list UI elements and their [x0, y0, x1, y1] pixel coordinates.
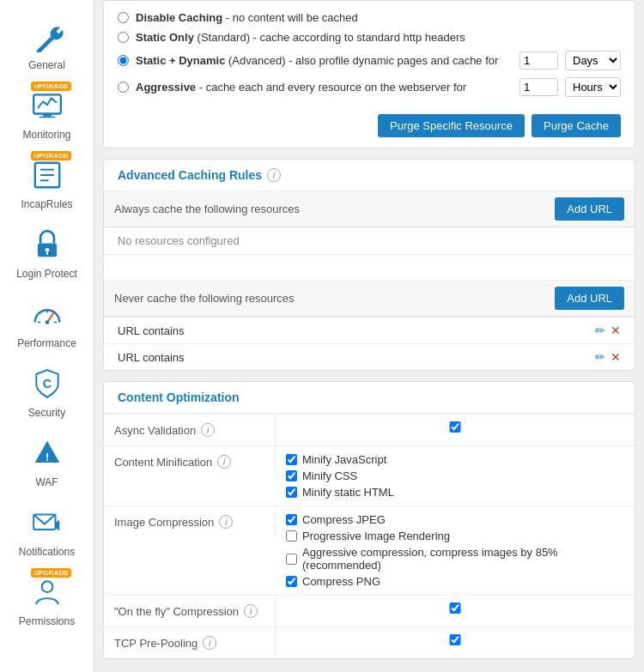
- svg-rect-1: [43, 114, 52, 117]
- co-compress-png-checkbox[interactable]: [286, 576, 297, 587]
- co-async-label-text: Async Validation: [114, 424, 196, 437]
- sidebar-item-permissions[interactable]: upgrade Permissions: [0, 565, 94, 634]
- acr-spacer: [104, 255, 635, 281]
- co-progressive-img-label[interactable]: Progressive Image Rendering: [286, 530, 624, 542]
- caching-disable-desc: - no content will be cached: [226, 11, 358, 24]
- sidebar-item-monitoring-label: Monitoring: [22, 129, 70, 141]
- sidebar-item-general[interactable]: General: [0, 9, 94, 78]
- performance-icon: [27, 294, 68, 335]
- co-minify-js-label[interactable]: Minify JavaScript: [286, 453, 624, 466]
- svg-point-18: [41, 581, 52, 592]
- advanced-caching-section: Advanced Caching Rules i Always cache th…: [103, 159, 635, 371]
- co-tcp-info[interactable]: i: [203, 636, 216, 650]
- co-compress-jpeg-text: Compress JPEG: [302, 513, 386, 526]
- co-onthefly-checkbox[interactable]: [286, 602, 624, 614]
- co-header: Content Optimization: [104, 382, 635, 414]
- co-progressive-img-checkbox[interactable]: [286, 530, 297, 542]
- svg-point-8: [45, 248, 49, 252]
- co-row-tcp-prepooling: TCP Pre-Pooling i: [104, 627, 635, 658]
- caching-agg-label: Aggressive: [136, 81, 196, 94]
- sidebar-item-login-protect[interactable]: Login Protect: [0, 217, 94, 287]
- caching-agg-unit[interactable]: Hours Days: [565, 77, 621, 97]
- co-minify-html-label[interactable]: Minify static HTML: [286, 486, 624, 499]
- co-minify-js-checkbox[interactable]: [286, 454, 297, 465]
- acr-edit-icon-1[interactable]: ✏: [595, 324, 605, 337]
- acr-always-cache-header: Always cache the following resources Add…: [104, 191, 635, 227]
- co-image-info[interactable]: i: [219, 515, 233, 529]
- sidebar-item-general-label: General: [28, 59, 65, 71]
- co-image-label: Image Compression i: [104, 506, 276, 537]
- co-minify-css-checkbox[interactable]: [286, 470, 297, 481]
- co-onthefly-controls: [276, 596, 635, 621]
- co-tcp-label: TCP Pre-Pooling i: [104, 627, 276, 658]
- acr-always-add-url-button[interactable]: Add URL: [555, 197, 624, 221]
- co-async-info[interactable]: i: [201, 423, 215, 437]
- caching-row-static-dynamic: Static + Dynamic (Advanced) - also profi…: [118, 47, 621, 74]
- co-compress-jpeg-label[interactable]: Compress JPEG: [286, 513, 624, 526]
- acr-url-row-1: URL contains ✏ ✕: [104, 317, 635, 343]
- co-onthefly-info[interactable]: i: [244, 604, 258, 618]
- svg-text:!: !: [45, 451, 48, 463]
- co-onthefly-label: "On the fly" Compression i: [104, 596, 276, 627]
- co-minify-css-label[interactable]: Minify CSS: [286, 469, 624, 482]
- acr-url-row-2: URL contains ✏ ✕: [104, 343, 635, 370]
- co-minify-html-checkbox[interactable]: [286, 487, 297, 498]
- permissions-icon: upgrade: [27, 572, 68, 613]
- co-row-onthefly: "On the fly" Compression i: [104, 595, 635, 627]
- co-compress-png-label[interactable]: Compress PNG: [286, 575, 624, 588]
- purge-specific-button[interactable]: Purge Specific Resource: [378, 114, 525, 137]
- caching-disable-label: Disable Caching: [136, 11, 222, 24]
- co-minify-html-text: Minify static HTML: [302, 486, 394, 499]
- acr-never-cache-header: Never cache the following resources Add …: [104, 281, 635, 317]
- main-content: Disable Caching - no content will be cac…: [94, 0, 644, 672]
- sidebar-item-incaprules[interactable]: upgrade IncapRules: [0, 148, 94, 217]
- caching-radio-disable[interactable]: [118, 12, 129, 23]
- co-image-controls: Compress JPEG Progressive Image Renderin…: [276, 506, 635, 595]
- acr-delete-icon-2[interactable]: ✕: [611, 350, 621, 364]
- acr-edit-icon-2[interactable]: ✏: [595, 350, 605, 364]
- caching-radio-static-dynamic[interactable]: [118, 55, 129, 66]
- co-minification-label-text: Content Minification: [114, 456, 212, 469]
- upgrade-badge-incaprules: upgrade: [31, 151, 70, 160]
- svg-rect-2: [39, 117, 55, 118]
- content-optimization-section: Content Optimization Async Validation i …: [103, 381, 635, 659]
- sidebar-item-login-protect-label: Login Protect: [16, 268, 77, 280]
- co-row-content-minification: Content Minification i Minify JavaScript…: [104, 445, 635, 506]
- purge-buttons-row: Purge Specific Resource Purge Cache: [104, 107, 635, 148]
- sidebar-item-security[interactable]: C Security: [0, 356, 94, 426]
- sidebar-item-performance[interactable]: Performance: [0, 287, 94, 356]
- sidebar-item-incaprules-label: IncapRules: [21, 198, 72, 210]
- caching-sd-unit[interactable]: Days Hours: [565, 51, 621, 70]
- notifications-icon: [27, 502, 68, 543]
- co-tcp-checkbox[interactable]: [286, 634, 624, 645]
- acr-url-actions-2: ✏ ✕: [595, 350, 621, 364]
- sidebar-item-notifications[interactable]: Notifications: [0, 495, 94, 565]
- caching-row-disable: Disable Caching - no content will be cac…: [118, 8, 621, 27]
- caching-radio-aggressive[interactable]: [118, 82, 129, 93]
- caching-sd-sub: (Advanced): [228, 54, 285, 67]
- purge-cache-button[interactable]: Purge Cache: [532, 114, 621, 137]
- co-aggressive-compress-label[interactable]: Aggressive compression, compress images …: [286, 546, 624, 572]
- monitoring-icon: upgrade: [27, 85, 68, 126]
- sidebar-item-monitoring[interactable]: upgrade Monitoring: [0, 78, 94, 148]
- sidebar-item-waf[interactable]: ! WAF: [0, 426, 94, 495]
- co-minify-css-text: Minify CSS: [302, 469, 357, 482]
- co-aggressive-compress-checkbox[interactable]: [286, 554, 297, 565]
- co-async-checkbox[interactable]: [286, 421, 624, 433]
- acr-delete-icon-1[interactable]: ✕: [611, 324, 621, 337]
- co-tcp-controls: [276, 627, 635, 652]
- caching-radio-static[interactable]: [118, 32, 129, 43]
- co-row-image-compression: Image Compression i Compress JPEG Progre…: [104, 506, 635, 595]
- caching-sd-value[interactable]: [519, 51, 558, 70]
- acr-title: Advanced Caching Rules: [118, 168, 262, 182]
- acr-info-icon[interactable]: i: [267, 168, 281, 182]
- co-minification-controls: Minify JavaScript Minify CSS Minify stat…: [276, 446, 635, 506]
- sidebar-item-notifications-label: Notifications: [19, 546, 75, 558]
- svg-point-11: [45, 320, 49, 324]
- co-minification-info[interactable]: i: [217, 455, 231, 469]
- acr-never-add-url-button[interactable]: Add URL: [555, 287, 624, 310]
- caching-agg-value[interactable]: [519, 78, 558, 96]
- sidebar-item-performance-label: Performance: [17, 337, 76, 349]
- caching-static-sub: (Standard): [197, 31, 250, 44]
- co-compress-jpeg-checkbox[interactable]: [286, 514, 297, 525]
